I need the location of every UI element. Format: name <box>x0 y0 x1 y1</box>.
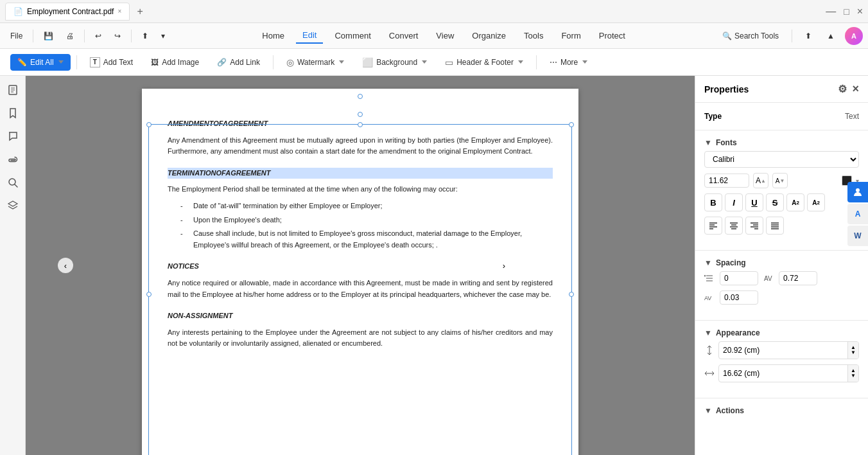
font-size-increase-button[interactable]: A▲ <box>753 173 768 188</box>
search-tools-button[interactable]: 🔍 Search Tools <box>717 29 784 43</box>
align-center-button[interactable] <box>725 217 743 235</box>
sidebar-search-icon[interactable] <box>4 174 22 192</box>
height-stepper[interactable]: ▲ ▼ <box>847 342 858 359</box>
file-button[interactable]: File <box>5 29 28 43</box>
add-text-button[interactable]: T Add Text <box>83 53 140 71</box>
font-size-decrease-button[interactable]: A▼ <box>772 173 788 188</box>
next-page-button[interactable]: › <box>496 258 512 273</box>
toolbar-more-button[interactable]: ▾ <box>156 29 170 43</box>
superscript-button[interactable]: A2 <box>786 193 804 211</box>
panel-close-button[interactable]: × <box>852 82 859 96</box>
print-button[interactable]: 🖨 <box>61 29 79 43</box>
heading-non-assignment[interactable]: NON-ASSIGNMENT <box>168 310 553 322</box>
bullet-3[interactable]: - Cause shall include, but is not limite… <box>168 228 553 251</box>
nav-comment[interactable]: Comment <box>328 28 377 43</box>
close-window-button[interactable]: × <box>857 6 863 17</box>
para-amendment[interactable]: Any Amendment of this Agreement must be … <box>168 135 553 157</box>
more-edit-button[interactable]: ⋯ More <box>542 54 595 71</box>
panel-ai-icon[interactable]: A <box>847 204 868 224</box>
actions-label: Actions <box>716 406 744 415</box>
nav-protect[interactable]: Protect <box>593 28 632 43</box>
justify-button[interactable] <box>766 217 784 235</box>
font-size-input[interactable] <box>704 174 749 188</box>
undo-button[interactable]: ↩ <box>90 29 107 43</box>
text-icon: T <box>90 57 100 67</box>
spacing-section-header[interactable]: ▼ Spacing <box>704 254 859 271</box>
heading-amendment[interactable]: AMENDMENTOFAGREEMENT <box>168 118 553 130</box>
appearance-collapse-icon: ▼ <box>704 328 712 337</box>
nav-view[interactable]: View <box>430 28 460 43</box>
para-notices[interactable]: Any notice required or allowable, made i… <box>168 278 553 300</box>
bold-button[interactable]: B <box>704 193 722 211</box>
svg-text:V: V <box>768 275 772 282</box>
bullet-1[interactable]: - Date of "at-will" termination by eithe… <box>168 201 553 212</box>
height-input[interactable] <box>719 344 847 357</box>
nav-home[interactable]: Home <box>256 28 291 43</box>
para-non-assignment[interactable]: Any interests pertaining to the Employee… <box>168 327 553 350</box>
width-input[interactable] <box>719 367 847 380</box>
subscript-button[interactable]: A2 <box>807 193 825 211</box>
background-button[interactable]: ⬜ Background <box>355 53 434 71</box>
height-icon <box>704 345 715 355</box>
upload-button[interactable]: ⬆ <box>800 29 817 43</box>
minimize-button[interactable]: — <box>826 6 836 17</box>
more-icon: ▾ <box>161 31 165 40</box>
nav-tools[interactable]: Tools <box>517 28 550 43</box>
panel-settings-icon[interactable]: ⚙ <box>838 83 847 95</box>
heading-termination[interactable]: TERMINATIONOFAGREEMENT <box>168 168 553 179</box>
panel-title: Properties <box>704 84 749 94</box>
save-button[interactable]: 💾 <box>39 29 58 43</box>
align-right-button[interactable] <box>745 217 763 235</box>
edit-all-button[interactable]: ✏️ Edit All <box>10 54 71 71</box>
file-label: File <box>10 31 22 40</box>
redo-icon: ↪ <box>114 31 121 40</box>
panel-content: Type Text ▼ Fonts Calibri Arial Times Ne… <box>695 103 868 455</box>
document-page[interactable]: AMENDMENTOFAGREEMENT Any Amendment of th… <box>142 89 578 455</box>
line-spacing-input[interactable] <box>720 271 758 285</box>
tab-close-button[interactable]: × <box>117 8 121 15</box>
maximize-button[interactable]: □ <box>844 6 849 17</box>
watermark-icon: ◎ <box>286 57 294 67</box>
collapse-button[interactable]: ▲ <box>822 29 840 43</box>
nav-form[interactable]: Form <box>555 28 587 43</box>
appearance-section-header[interactable]: ▼ Appearance <box>704 325 859 341</box>
panel-user-icon[interactable] <box>847 182 868 202</box>
fonts-section-header[interactable]: ▼ Fonts <box>704 134 859 151</box>
width-stepper[interactable]: ▲ ▼ <box>847 365 858 382</box>
prev-page-button[interactable]: ‹ <box>58 258 73 273</box>
strikethrough-button[interactable]: S <box>766 193 784 211</box>
nav-convert[interactable]: Convert <box>383 28 425 43</box>
heading-notices[interactable]: NOTICES <box>168 261 553 272</box>
new-tab-button[interactable]: + <box>132 4 148 19</box>
av-spacing-input[interactable] <box>720 290 758 305</box>
char-spacing-right-input[interactable] <box>779 271 817 285</box>
user-avatar[interactable]: A <box>845 27 863 45</box>
watermark-button[interactable]: ◎ Watermark <box>279 53 351 71</box>
para-termination[interactable]: The Employment Period shall be terminate… <box>168 184 553 195</box>
nav-edit[interactable]: Edit <box>296 28 323 44</box>
type-row: Type Text <box>695 109 868 126</box>
underline-button[interactable]: U <box>745 193 763 211</box>
italic-button[interactable]: I <box>725 193 743 211</box>
sidebar-attachments-icon[interactable] <box>4 150 22 168</box>
share-button[interactable]: ⬆ <box>137 29 153 43</box>
spacing-label: Spacing <box>716 258 746 267</box>
sidebar-comments-icon[interactable] <box>4 127 22 145</box>
align-left-button[interactable] <box>704 217 722 235</box>
av-spacing-icon: AV <box>704 292 715 303</box>
sidebar-bookmarks-icon[interactable] <box>4 104 22 122</box>
add-link-button[interactable]: 🔗 Add Link <box>210 54 267 71</box>
actions-section-header[interactable]: ▼ Actions <box>704 402 859 419</box>
font-family-select[interactable]: Calibri Arial Times New Roman <box>704 151 859 168</box>
add-image-button[interactable]: 🖼 Add Image <box>144 54 206 71</box>
appearance-section: ▼ Appearance ▲ ▼ <box>695 325 868 394</box>
header-footer-button[interactable]: ▭ Header & Footer <box>438 53 530 71</box>
tab-employment-contract[interactable]: 📄 Employment Contract.pdf × <box>5 3 130 21</box>
panel-word-icon[interactable]: W <box>847 226 868 246</box>
redo-button[interactable]: ↪ <box>109 29 126 43</box>
bullet-2[interactable]: - Upon the Employee's death; <box>168 215 553 226</box>
sidebar-pages-icon[interactable] <box>4 81 22 99</box>
sidebar-layers-icon[interactable] <box>4 197 22 215</box>
actions-collapse-icon: ▼ <box>704 406 712 415</box>
nav-organize[interactable]: Organize <box>465 28 512 43</box>
